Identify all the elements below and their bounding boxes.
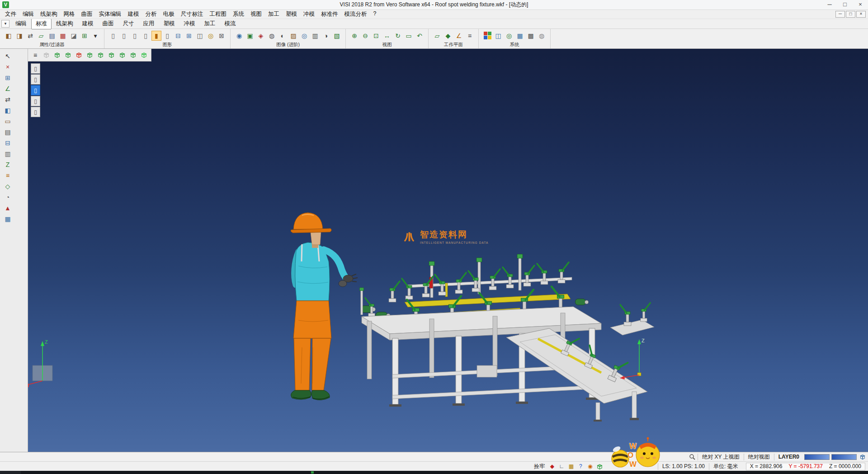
view-iso-icon[interactable]: [128, 50, 138, 60]
menu-冲模[interactable]: 冲模: [300, 10, 318, 18]
display-perspective-icon[interactable]: ⊞: [184, 31, 194, 41]
rotate-view-icon[interactable]: ↻: [393, 31, 403, 41]
view-bottom-icon[interactable]: [117, 50, 127, 60]
display-lights-icon[interactable]: ◎: [206, 31, 216, 41]
zoom-in-icon[interactable]: ⊕: [349, 31, 359, 41]
measure-tool-icon[interactable]: ▭: [2, 116, 14, 127]
snap-toggle-icon[interactable]: ◆: [548, 462, 557, 470]
ortho-toggle-icon[interactable]: ∟: [557, 462, 566, 470]
mdi-minimize-button[interactable]: ─: [835, 11, 845, 18]
system-display-icon[interactable]: ◫: [493, 31, 503, 41]
quick-toggle-1[interactable]: ▯: [31, 63, 40, 74]
list-tool-icon[interactable]: ≡: [2, 170, 14, 181]
quick-toggle-3[interactable]: ▯: [31, 85, 40, 95]
ucs-cube-icon[interactable]: [595, 462, 604, 470]
render-gallery-icon[interactable]: ▣: [245, 31, 255, 41]
render-compare-icon[interactable]: ◍: [267, 31, 277, 41]
view-current-icon[interactable]: [74, 50, 84, 60]
display-background-icon[interactable]: ◫: [195, 31, 205, 41]
render-snapshot-icon[interactable]: ◎: [299, 31, 309, 41]
menu-模流分析[interactable]: 模流分析: [341, 10, 370, 18]
sketch-tool-icon[interactable]: ∠: [2, 83, 14, 94]
tab-尺寸[interactable]: 尺寸: [118, 19, 139, 29]
mdi-close-button[interactable]: ×: [856, 11, 866, 18]
menu-视图[interactable]: 视图: [247, 10, 265, 18]
workplane-align-icon[interactable]: ◆: [443, 31, 453, 41]
menu-曲面[interactable]: 曲面: [78, 10, 96, 18]
display-shaded-edges-icon[interactable]: ▯: [141, 31, 151, 41]
system-settings-icon[interactable]: ◎: [504, 31, 514, 41]
display-wireframe-icon[interactable]: ▯: [108, 31, 118, 41]
render-animation-icon[interactable]: ▥: [310, 31, 320, 41]
system-grid-icon[interactable]: ▦: [515, 31, 525, 41]
view-right-icon[interactable]: [85, 50, 94, 60]
solid-tool-icon[interactable]: ◇: [2, 181, 14, 192]
render-stereo-icon[interactable]: ◑: [321, 31, 331, 41]
view-left-icon[interactable]: [106, 50, 116, 60]
compass-icon[interactable]: ◉: [586, 462, 594, 470]
tab-建模[interactable]: 建模: [78, 19, 98, 29]
lock-toggle[interactable]: 拴牢: [531, 463, 547, 470]
workplane-edit-icon[interactable]: ∠: [454, 31, 464, 41]
scale-indicator[interactable]: LS: 1.00 PS: 1.00: [658, 463, 709, 470]
taskbar-start-area[interactable]: [0, 471, 21, 474]
filter-color-icon[interactable]: ▦: [58, 31, 68, 41]
display-active-icon[interactable]: ▮: [151, 31, 161, 41]
quick-toggle-4[interactable]: ▯: [31, 96, 40, 106]
render-texture-icon[interactable]: ▨: [288, 31, 298, 41]
view-custom-icon[interactable]: [139, 50, 149, 60]
annotate-tool-icon[interactable]: ▤: [2, 127, 14, 137]
tab-编辑[interactable]: 编辑: [11, 19, 31, 29]
units-indicator[interactable]: 单位: 毫米: [709, 463, 742, 470]
snap-grid-tool-icon[interactable]: ⊞: [2, 72, 14, 83]
flag-tool-icon[interactable]: ▲: [2, 203, 14, 213]
attribute-swap-icon[interactable]: ⇄: [25, 31, 35, 41]
view-mode-indicator[interactable]: 绝对 XY 上视图: [698, 454, 743, 460]
tab-dropdown-button[interactable]: ▾: [1, 20, 9, 28]
mdi-restore-button[interactable]: □: [846, 11, 855, 18]
render-settings-icon[interactable]: ◈: [256, 31, 266, 41]
menu-实体编辑[interactable]: 实体编辑: [96, 10, 125, 18]
menu-电极[interactable]: 电极: [160, 10, 178, 18]
windows-taskbar[interactable]: [0, 471, 868, 474]
menu-网格[interactable]: 网格: [61, 10, 78, 18]
menu-编辑[interactable]: 编辑: [19, 10, 37, 18]
menu-?[interactable]: ?: [370, 10, 380, 18]
display-materials-icon[interactable]: ⊠: [217, 31, 226, 41]
view-top-icon[interactable]: [52, 50, 62, 60]
tab-应用[interactable]: 应用: [139, 19, 159, 29]
workplane-new-icon[interactable]: ▱: [432, 31, 442, 41]
workplane-list-icon[interactable]: ≡: [465, 31, 475, 41]
sheet-tool-icon[interactable]: ▥: [2, 148, 14, 159]
menu-尺寸标注[interactable]: 尺寸标注: [178, 10, 207, 18]
menu-线架构[interactable]: 线架构: [37, 10, 61, 18]
tab-标准[interactable]: 标准: [31, 19, 52, 29]
filter-dropdown-icon[interactable]: ▾: [90, 31, 100, 41]
layers-tool-icon[interactable]: ▦: [2, 213, 14, 224]
menu-加工[interactable]: 加工: [265, 10, 283, 18]
menu-文件[interactable]: 文件: [2, 10, 19, 18]
maximize-button[interactable]: □: [837, 0, 853, 9]
copy-attributes-icon[interactable]: ◨: [14, 31, 24, 41]
quick-toggle-5[interactable]: ▯: [31, 107, 40, 117]
filter-group-icon[interactable]: ⊞: [80, 31, 90, 41]
database-tool-icon[interactable]: ⊟: [2, 137, 14, 148]
pan-view-icon[interactable]: ↔: [382, 31, 392, 41]
render-photo-icon[interactable]: ◉: [234, 31, 244, 41]
menu-工程图[interactable]: 工程图: [207, 10, 230, 18]
menu-塑模[interactable]: 塑模: [283, 10, 300, 18]
mirror-tool-icon[interactable]: ◧: [2, 105, 14, 116]
tab-曲面[interactable]: 曲面: [98, 19, 118, 29]
absolute-view-indicator[interactable]: 绝对视图: [744, 454, 774, 460]
system-profile-icon[interactable]: ▩: [526, 31, 536, 41]
view-back-icon[interactable]: [95, 50, 105, 60]
mini-cube-icon[interactable]: [859, 453, 866, 460]
display-shaded-icon[interactable]: ▯: [130, 31, 140, 41]
viewport-menu-icon[interactable]: ≡: [30, 50, 40, 60]
zoom-window-icon[interactable]: ⊡: [371, 31, 381, 41]
taskbar-app-icon[interactable]: [311, 471, 314, 474]
render-shadow-icon[interactable]: ◐: [278, 31, 288, 41]
layer-indicator[interactable]: LAYER0: [774, 454, 803, 460]
zoom-status-icon[interactable]: [687, 454, 698, 460]
previous-view-icon[interactable]: ↶: [415, 31, 425, 41]
